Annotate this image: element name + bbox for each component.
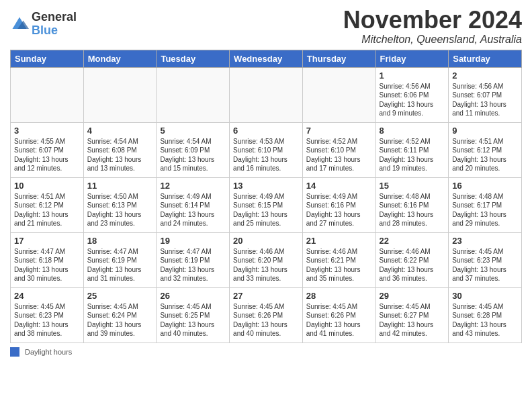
cell-info: Sunrise: 4:45 AMSunset: 6:28 PMDaylight:… [452,302,518,338]
cell-info: Sunrise: 4:47 AMSunset: 6:18 PMDaylight:… [14,247,80,283]
logo: General Blue [10,11,77,38]
day-number: 3 [14,126,80,136]
cell-info: Sunrise: 4:45 AMSunset: 6:26 PMDaylight:… [306,302,372,338]
day-cell: 26 Sunrise: 4:45 AMSunset: 6:25 PMDaylig… [157,287,230,342]
cell-info: Sunrise: 4:52 AMSunset: 6:10 PMDaylight:… [306,137,372,173]
header-thursday: Thursday [302,50,375,67]
day-cell: 4 Sunrise: 4:54 AMSunset: 6:08 PMDayligh… [83,122,157,177]
day-cell: 25 Sunrise: 4:45 AMSunset: 6:24 PMDaylig… [83,287,157,342]
week-row-3: 10 Sunrise: 4:51 AMSunset: 6:12 PMDaylig… [11,177,522,232]
cell-info: Sunrise: 4:49 AMSunset: 6:16 PMDaylight:… [306,192,372,228]
day-cell: 24 Sunrise: 4:45 AMSunset: 6:23 PMDaylig… [11,287,84,342]
cell-info: Sunrise: 4:53 AMSunset: 6:10 PMDaylight:… [233,137,299,173]
day-cell: 2 Sunrise: 4:56 AMSunset: 6:07 PMDayligh… [449,67,522,122]
cell-info: Sunrise: 4:51 AMSunset: 6:12 PMDaylight:… [452,137,518,173]
day-number: 2 [452,71,518,81]
day-cell: 16 Sunrise: 4:48 AMSunset: 6:17 PMDaylig… [449,177,522,232]
day-number: 19 [160,236,226,246]
day-cell: 27 Sunrise: 4:45 AMSunset: 6:26 PMDaylig… [230,287,303,342]
location: Mitchelton, Queensland, Australia [343,34,522,46]
day-cell: 11 Sunrise: 4:50 AMSunset: 6:13 PMDaylig… [83,177,157,232]
day-cell: 5 Sunrise: 4:54 AMSunset: 6:09 PMDayligh… [157,122,230,177]
footer: Daylight hours [10,347,522,357]
day-number: 26 [160,291,226,301]
cell-info: Sunrise: 4:51 AMSunset: 6:12 PMDaylight:… [14,192,80,228]
day-number: 25 [87,291,153,301]
day-cell [83,67,157,122]
week-row-1: 1 Sunrise: 4:56 AMSunset: 6:06 PMDayligh… [11,67,522,122]
day-number: 15 [380,181,445,191]
day-cell [157,67,230,122]
header-wednesday: Wednesday [230,50,303,67]
cell-info: Sunrise: 4:47 AMSunset: 6:19 PMDaylight:… [87,247,153,283]
day-cell: 1 Sunrise: 4:56 AMSunset: 6:06 PMDayligh… [375,67,449,122]
day-cell: 15 Sunrise: 4:48 AMSunset: 6:16 PMDaylig… [375,177,449,232]
cell-info: Sunrise: 4:47 AMSunset: 6:19 PMDaylight:… [160,247,226,283]
day-number: 11 [87,181,153,191]
day-cell: 3 Sunrise: 4:55 AMSunset: 6:07 PMDayligh… [11,122,84,177]
cell-info: Sunrise: 4:56 AMSunset: 6:06 PMDaylight:… [380,82,445,118]
logo-icon [10,15,29,34]
day-cell: 21 Sunrise: 4:46 AMSunset: 6:21 PMDaylig… [302,232,375,287]
cell-info: Sunrise: 4:46 AMSunset: 6:21 PMDaylight:… [306,247,372,283]
day-number: 6 [233,126,299,136]
cell-info: Sunrise: 4:54 AMSunset: 6:09 PMDaylight:… [160,137,226,173]
cell-info: Sunrise: 4:54 AMSunset: 6:08 PMDaylight:… [87,137,153,173]
day-number: 17 [14,236,80,246]
cell-info: Sunrise: 4:45 AMSunset: 6:26 PMDaylight:… [233,302,299,338]
day-number: 29 [380,291,445,301]
day-cell [11,67,84,122]
day-number: 16 [452,181,518,191]
cell-info: Sunrise: 4:45 AMSunset: 6:23 PMDaylight:… [14,302,80,338]
day-cell: 9 Sunrise: 4:51 AMSunset: 6:12 PMDayligh… [449,122,522,177]
day-number: 1 [380,71,445,81]
header-friday: Friday [375,50,449,67]
header-tuesday: Tuesday [157,50,230,67]
legend-label: Daylight hours [25,348,72,356]
day-cell [230,67,303,122]
day-number: 9 [452,126,518,136]
header-sunday: Sunday [11,50,84,67]
day-number: 20 [233,236,299,246]
day-cell: 29 Sunrise: 4:45 AMSunset: 6:27 PMDaylig… [375,287,449,342]
calendar-header-row: SundayMondayTuesdayWednesdayThursdayFrid… [11,50,522,67]
day-number: 14 [306,181,372,191]
day-cell: 14 Sunrise: 4:49 AMSunset: 6:16 PMDaylig… [302,177,375,232]
day-number: 21 [306,236,372,246]
day-number: 30 [452,291,518,301]
week-row-2: 3 Sunrise: 4:55 AMSunset: 6:07 PMDayligh… [11,122,522,177]
cell-info: Sunrise: 4:48 AMSunset: 6:16 PMDaylight:… [380,192,445,228]
day-cell: 8 Sunrise: 4:52 AMSunset: 6:11 PMDayligh… [375,122,449,177]
day-cell: 13 Sunrise: 4:49 AMSunset: 6:15 PMDaylig… [230,177,303,232]
header-saturday: Saturday [449,50,522,67]
day-number: 28 [306,291,372,301]
day-cell: 22 Sunrise: 4:46 AMSunset: 6:22 PMDaylig… [375,232,449,287]
cell-info: Sunrise: 4:49 AMSunset: 6:14 PMDaylight:… [160,192,226,228]
day-number: 24 [14,291,80,301]
cell-info: Sunrise: 4:45 AMSunset: 6:24 PMDaylight:… [87,302,153,338]
cell-info: Sunrise: 4:45 AMSunset: 6:27 PMDaylight:… [380,302,445,338]
day-cell: 30 Sunrise: 4:45 AMSunset: 6:28 PMDaylig… [449,287,522,342]
day-number: 7 [306,126,372,136]
day-cell: 23 Sunrise: 4:45 AMSunset: 6:23 PMDaylig… [449,232,522,287]
day-cell: 17 Sunrise: 4:47 AMSunset: 6:18 PMDaylig… [11,232,84,287]
week-row-4: 17 Sunrise: 4:47 AMSunset: 6:18 PMDaylig… [11,232,522,287]
cell-info: Sunrise: 4:46 AMSunset: 6:22 PMDaylight:… [380,247,445,283]
header-monday: Monday [83,50,157,67]
day-number: 27 [233,291,299,301]
logo-text: General Blue [32,11,77,38]
day-number: 18 [87,236,153,246]
cell-info: Sunrise: 4:50 AMSunset: 6:13 PMDaylight:… [87,192,153,228]
logo-general: General [32,11,77,24]
day-cell [302,67,375,122]
day-number: 4 [87,126,153,136]
week-row-5: 24 Sunrise: 4:45 AMSunset: 6:23 PMDaylig… [11,287,522,342]
cell-info: Sunrise: 4:46 AMSunset: 6:20 PMDaylight:… [233,247,299,283]
day-cell: 6 Sunrise: 4:53 AMSunset: 6:10 PMDayligh… [230,122,303,177]
cell-info: Sunrise: 4:45 AMSunset: 6:23 PMDaylight:… [452,247,518,283]
cell-info: Sunrise: 4:45 AMSunset: 6:25 PMDaylight:… [160,302,226,338]
day-cell: 7 Sunrise: 4:52 AMSunset: 6:10 PMDayligh… [302,122,375,177]
day-number: 5 [160,126,226,136]
cell-info: Sunrise: 4:55 AMSunset: 6:07 PMDaylight:… [14,137,80,173]
day-cell: 18 Sunrise: 4:47 AMSunset: 6:19 PMDaylig… [83,232,157,287]
